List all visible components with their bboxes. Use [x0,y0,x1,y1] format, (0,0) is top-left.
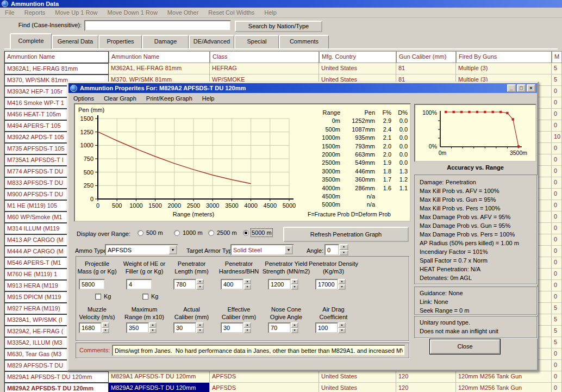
guidance-panel: Guidance: NoneLink: NoneSeek Range = 0 m [414,287,537,315]
field-spinner[interactable]: ▲▼ [338,322,346,333]
info-line: Max Kill Prob vs. AFV = 100% [420,186,532,195]
table-cell[interactable]: 5 [552,326,562,337]
row-name-cell[interactable]: M829A1 APFSDS-T DU 120mm [4,371,109,383]
table-cell[interactable]: United States [319,383,396,392]
minimize-button[interactable]: _ [507,84,516,92]
field-input-air-drag-coefficient[interactable] [315,322,338,333]
table-cell[interactable]: 120 [396,371,456,383]
table-cell[interactable]: M829A2 APFSDS-T DU 120mm [109,383,210,392]
table-cell[interactable]: 0 [552,291,562,303]
table-cell[interactable]: 0 [552,200,562,211]
table-cell[interactable]: 0 [552,97,562,109]
grid-header-fired-by-guns[interactable]: Fired By Guns [456,51,552,63]
table-cell[interactable]: 0 [552,109,562,120]
table-cell[interactable]: 0 [552,371,562,383]
field-label: Weight of HE orFiller (g or Kg) [118,260,170,275]
round-type-panel: Unitary round type.Does not make an infl… [414,316,537,338]
grid-header-m[interactable]: M [552,51,562,63]
field-input-muzzle-velocity-m-s[interactable] [79,322,102,333]
table-cell[interactable]: 10 [552,132,562,143]
grid-header-ammuntion-name[interactable]: Ammuntion Name [109,51,210,63]
table-cell[interactable]: United States [319,63,396,74]
table-cell[interactable]: 81 [396,63,456,74]
info-line: Spall Factor = 0.7 x Norm [420,256,532,265]
table-cell[interactable]: 0 [552,280,562,291]
field-input-effective-caliber-mm[interactable] [221,322,243,333]
field-spinner[interactable]: ▲▼ [196,279,204,290]
field-spinner[interactable]: ▲▼ [149,322,157,333]
field-label: EffectiveCaliber (mm) [213,306,265,321]
table-cell[interactable]: 0 [552,349,562,360]
field-input-penetrator-hardness-bhn[interactable] [221,279,243,290]
table-cell[interactable]: 120mm M256 Tank Gun [456,371,552,383]
kg-checkbox[interactable] [95,294,101,300]
maximize-button[interactable]: □ [517,84,526,92]
table-cell[interactable]: 0 [552,177,562,189]
field-input-penetrator-density-kg-m3[interactable] [315,279,338,290]
field-label-line1: Actual [166,306,217,313]
table-cell[interactable]: 0 [552,234,562,246]
table-cell[interactable]: United States [319,371,396,383]
table-cell[interactable]: 0 [552,120,562,132]
row-name-cell[interactable]: M829A2 APFSDS-T DU 120mm [4,383,109,392]
field-label-line2: Filler (g or Kg) [118,267,170,275]
comments-input[interactable] [112,345,405,356]
table-cell[interactable]: APFSDS [210,371,319,383]
table-cell[interactable]: 0 [552,86,562,97]
field-label: Nose ConeOgive Angle [260,306,312,321]
grid-corner [0,51,4,392]
field-spinner[interactable]: ▲▼ [102,322,109,333]
table-cell[interactable]: 5 [552,314,562,326]
table-cell[interactable]: Multiple (3) [456,63,552,74]
table-cell[interactable]: M829A1 APFSDS-T DU 120mm [109,371,210,383]
field-spinner[interactable]: ▲▼ [338,279,346,290]
table-cell[interactable]: 0 [552,269,562,280]
field-input-penetrator-length-mm[interactable] [173,279,196,290]
table-cell[interactable]: 5 [552,63,562,74]
table-cell[interactable]: 0 [552,383,562,392]
field-label-line2: Caliber (mm) [213,313,265,321]
field-label-line1: Penetrator [213,260,265,267]
table-cell[interactable]: APFSDS [210,383,319,392]
table-cell[interactable]: 0 [552,246,562,257]
field-input-nose-cone-ogive-angle[interactable] [268,322,291,333]
table-cell[interactable]: 0 [552,223,562,234]
field-input-penetrator-yield-strength-mn-m2[interactable] [268,279,291,290]
grid-header-class[interactable]: Class [210,51,319,63]
table-cell[interactable]: HEFRAG [210,63,319,74]
table-cell[interactable]: 120 [396,383,456,392]
table-cell[interactable]: 0 [552,154,562,166]
table-cell[interactable]: 5 [552,74,562,86]
field-spinner[interactable]: ▲▼ [196,322,204,333]
field-spinner[interactable]: ▲▼ [243,279,251,290]
tab-complete[interactable]: Complete [10,33,52,49]
table-cell[interactable]: 0 [552,211,562,223]
field-input-maximum-range-m-x10[interactable] [126,322,149,333]
grid-header-mfg-country[interactable]: Mfg. Country [319,51,396,63]
field-spinner[interactable]: ▲▼ [243,322,251,333]
table-cell[interactable]: 0 [552,189,562,200]
close-button[interactable]: Close [430,339,500,354]
table-cell[interactable]: 5 [552,303,562,314]
row-name-cell[interactable]: M362A1, HE-FRAG 81mm [4,63,109,74]
table-cell[interactable]: 0 [552,166,562,177]
table-cell[interactable]: 0 [552,360,562,371]
damage-info-panel: Damage: PenetrationMax Kill Prob vs. AFV… [414,175,537,284]
svg-text:3500m: 3500m [510,150,527,156]
close-icon[interactable]: × [527,84,535,92]
table-cell[interactable]: 120mm M256 Tank Gun [456,383,552,392]
field-input-projectile-mass-g-or-kg[interactable] [79,279,105,290]
ammo-properties-dialog: Ammuntion Properites For: M829A2 APFSDS-… [67,82,539,371]
grid-header-gun-caliber-mm[interactable]: Gun Caliber (mm) [396,51,456,63]
table-cell[interactable]: 0 [552,257,562,269]
table-cell[interactable]: 5 [552,337,562,349]
grid-left-header[interactable]: Ammuntion Name [4,51,109,63]
field-spinner[interactable]: ▲▼ [291,279,298,290]
field-input-weight-of-he-or-filler-g-or-kg[interactable] [126,279,152,290]
field-input-actual-caliber-mm[interactable] [173,322,196,333]
field-spinner[interactable]: ▲▼ [291,322,298,333]
guidance-line: Seek Range = 0 m [420,306,532,315]
table-cell[interactable]: M362A1, HE-FRAG 81mm [109,63,210,74]
kg-checkbox[interactable] [142,294,148,300]
table-cell[interactable]: 0 [552,143,562,154]
